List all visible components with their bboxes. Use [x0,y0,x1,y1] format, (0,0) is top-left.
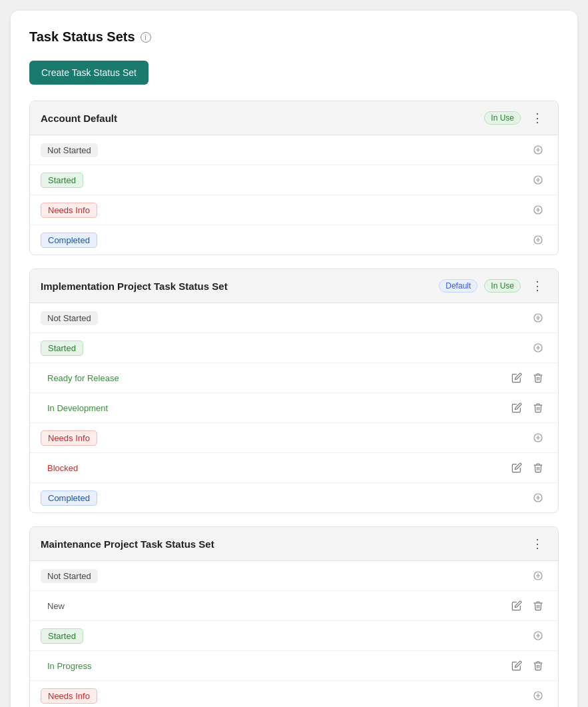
add-status-button[interactable] [529,688,547,704]
add-status-button[interactable] [529,142,547,158]
edit-status-button[interactable] [507,460,526,476]
status-tag-started: Started [41,173,83,188]
status-label-wrap: Ready for Release [41,371,507,385]
status-tag-custom-green: In Development [41,401,115,415]
table-row: Completed [30,225,558,255]
status-set-card-account-default: Account DefaultIn Use⋮Not StartedStarted… [29,101,559,255]
delete-status-button[interactable] [529,460,547,476]
add-status-button[interactable] [529,202,547,218]
add-status-button[interactable] [529,310,547,326]
status-label-wrap: Completed [41,490,529,506]
delete-status-button[interactable] [529,370,547,386]
delete-status-button[interactable] [529,658,547,674]
status-tag-blocked: Blocked [41,461,85,475]
more-options-button-implementation-project[interactable]: ⋮ [527,279,547,293]
add-status-button[interactable] [529,490,547,506]
status-tag-started: Started [41,628,83,644]
status-set-card-implementation-project: Implementation Project Task Status SetDe… [29,269,559,513]
row-actions [529,340,547,356]
row-actions [507,370,547,386]
card-header-maintenance-project: Maintenance Project Task Status Set⋮ [30,527,558,561]
row-actions [529,430,547,446]
row-actions [507,460,547,476]
status-label-wrap: New [41,599,507,613]
table-row: Not Started [30,561,558,591]
status-label-wrap: Started [41,341,529,356]
sets-container: Account DefaultIn Use⋮Not StartedStarted… [29,101,559,707]
badge-default-implementation-project: Default [439,279,477,293]
status-tag-completed: Completed [41,490,97,506]
row-actions [507,598,547,614]
table-row: Started [30,165,558,195]
info-icon: i [141,32,151,43]
edit-status-button[interactable] [507,658,526,674]
status-tag-completed: Completed [41,233,97,248]
row-actions [529,232,547,248]
status-label-wrap: Needs Info [41,688,529,704]
create-task-status-set-button[interactable]: Create Task Status Set [29,61,148,85]
card-header-implementation-project: Implementation Project Task Status SetDe… [30,269,558,303]
table-row: Completed [30,483,558,512]
card-title-maintenance-project: Maintenance Project Task Status Set [41,538,521,550]
more-options-button-maintenance-project[interactable]: ⋮ [527,536,547,551]
status-label-wrap: Needs Info [41,430,529,446]
status-tag-custom-green: Ready for Release [41,371,126,385]
status-label-wrap: Blocked [41,461,507,475]
badge-in-use-account-default: In Use [484,111,521,125]
status-label-wrap: In Progress [41,659,507,673]
table-row: Started [30,621,558,651]
status-set-card-maintenance-project: Maintenance Project Task Status Set⋮Not … [29,526,559,707]
table-row: In Progress [30,651,558,681]
table-row: Needs Info [30,681,558,707]
row-actions [529,142,547,158]
edit-status-button[interactable] [507,598,526,614]
table-row: Started [30,333,558,363]
table-row: Not Started [30,135,558,165]
status-label-wrap: Started [41,628,529,644]
table-row: Needs Info [30,423,558,453]
status-label-wrap: Not Started [41,311,529,325]
row-actions [507,400,547,416]
add-status-button[interactable] [529,232,547,248]
status-tag-new: New [41,599,71,613]
row-actions [529,310,547,326]
add-status-button[interactable] [529,172,547,188]
status-tag-started: Started [41,341,83,356]
table-row: Not Started [30,303,558,333]
delete-status-button[interactable] [529,598,547,614]
status-label-wrap: Not Started [41,143,529,157]
add-status-button[interactable] [529,340,547,356]
row-actions [529,688,547,704]
table-row: Needs Info [30,195,558,225]
status-label-wrap: Completed [41,233,529,248]
status-tag-not-started: Not Started [41,143,98,157]
status-label-wrap: In Development [41,401,507,415]
row-actions [529,202,547,218]
status-tag-needs-info: Needs Info [41,203,97,218]
edit-status-button[interactable] [507,370,526,386]
add-status-button[interactable] [529,430,547,446]
row-actions [529,628,547,644]
add-status-button[interactable] [529,628,547,644]
status-tag-needs-info: Needs Info [41,688,97,704]
page-header: Task Status Sets i [29,29,559,45]
status-tag-not-started: Not Started [41,311,98,325]
table-row: In Development [30,393,558,423]
status-tag-not-started: Not Started [41,569,98,583]
card-title-account-default: Account Default [41,113,477,124]
edit-status-button[interactable] [507,400,526,416]
delete-status-button[interactable] [529,400,547,416]
row-actions [529,490,547,506]
status-label-wrap: Needs Info [41,203,529,218]
row-actions [529,568,547,584]
page-title: Task Status Sets [29,29,135,45]
row-actions [529,172,547,188]
more-options-button-account-default[interactable]: ⋮ [527,111,547,125]
row-actions [507,658,547,674]
card-header-account-default: Account DefaultIn Use⋮ [30,101,558,135]
status-label-wrap: Started [41,173,529,188]
add-status-button[interactable] [529,568,547,584]
badge-in-use-implementation-project: In Use [484,279,521,293]
card-title-implementation-project: Implementation Project Task Status Set [41,281,432,292]
table-row: Blocked [30,453,558,483]
